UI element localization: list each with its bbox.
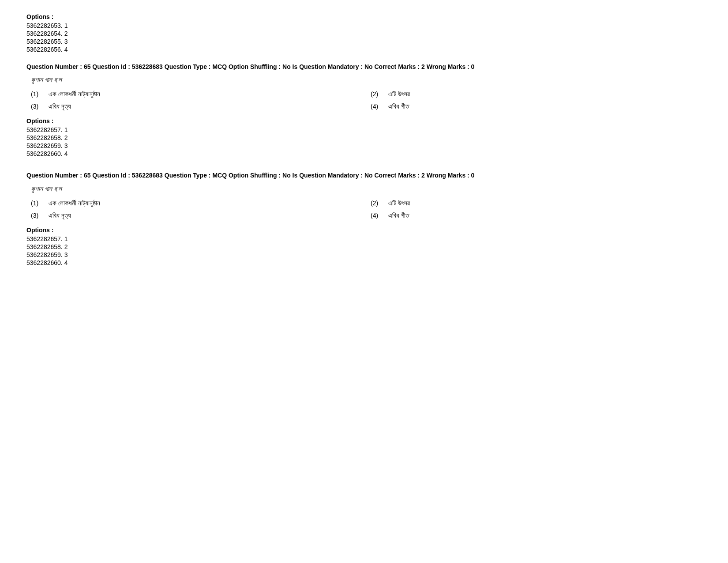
options-label-2: Options : (26, 227, 702, 234)
list-item: 5362282658. 2 (26, 243, 702, 250)
options-label-1: Options : (26, 117, 702, 125)
choice-text: এবিধ গীত (388, 102, 409, 110)
choice-num: (3) (31, 103, 44, 110)
choice-num: (2) (371, 91, 384, 98)
list-item: 5362282660. 4 (26, 150, 702, 157)
choice-num: (3) (31, 212, 44, 219)
choice-2-4: (4) এবিধ গীত (371, 212, 702, 219)
choice-1-4: (4) এবিধ গীত (371, 102, 702, 110)
question-header-1: Question Number : 65 Question Id : 53622… (26, 62, 702, 72)
choice-num: (2) (371, 200, 384, 207)
choice-2-1: (1) এক লোকধর্মী নাট্যানুষ্ঠান (31, 199, 362, 207)
list-item: 5362282655. 3 (26, 38, 702, 45)
list-item: 5362282653. 1 (26, 22, 702, 29)
choice-text: এবিধ গীত (388, 212, 409, 219)
initial-options-section: Options : 5362282653. 1 5362282654. 2 53… (26, 13, 702, 53)
choice-2-2: (2) এটি উৎসৱ (371, 199, 702, 207)
options-section-2: Options : 5362282657. 1 5362282658. 2 53… (26, 227, 702, 266)
question-text-2: কুশান গান হ'ল (31, 185, 702, 193)
choice-text: এক লোকধর্মী নাট্যানুষ্ঠান (49, 90, 100, 98)
question-header-2: Question Number : 65 Question Id : 53622… (26, 170, 702, 180)
list-item: 5362282658. 2 (26, 134, 702, 141)
choice-text: এবিধ নৃত্য (49, 212, 71, 219)
list-item: 5362282659. 3 (26, 142, 702, 149)
choice-text: এবিধ নৃত্য (49, 102, 71, 110)
choice-num: (4) (371, 212, 384, 219)
choice-1-1: (1) এক লোকধর্মী নাট্যানুষ্ঠান (31, 90, 362, 98)
choice-num: (4) (371, 103, 384, 110)
choices-grid-1: (1) এক লোকধর্মী নাট্যানুষ্ঠান (2) এটি উৎ… (31, 90, 702, 110)
choices-grid-2: (1) এক লোকধর্মী নাট্যানুষ্ঠান (2) এটি উৎ… (31, 199, 702, 219)
options-section-1: Options : 5362282657. 1 5362282658. 2 53… (26, 117, 702, 157)
choice-text: এক লোকধর্মী নাট্যানুষ্ঠান (49, 199, 100, 207)
choice-num: (1) (31, 91, 44, 98)
choice-2-3: (3) এবিধ নৃত্য (31, 212, 362, 219)
question-block-1: Question Number : 65 Question Id : 53622… (26, 62, 702, 157)
choice-1-2: (2) এটি উৎসৱ (371, 90, 702, 98)
list-item: 5362282657. 1 (26, 235, 702, 242)
initial-options-label: Options : (26, 13, 702, 20)
list-item: 5362282654. 2 (26, 30, 702, 37)
question-text-1: কুশান গান হ'ল (31, 76, 702, 84)
list-item: 5362282660. 4 (26, 259, 702, 266)
choice-text: এটি উৎসৱ (388, 90, 410, 98)
list-item: 5362282659. 3 (26, 251, 702, 258)
choice-1-3: (3) এবিধ নৃত্য (31, 102, 362, 110)
list-item: 5362282657. 1 (26, 126, 702, 133)
choice-text: এটি উৎসৱ (388, 199, 410, 207)
question-block-2: Question Number : 65 Question Id : 53622… (26, 170, 702, 266)
list-item: 5362282656. 4 (26, 46, 702, 53)
choice-num: (1) (31, 200, 44, 207)
